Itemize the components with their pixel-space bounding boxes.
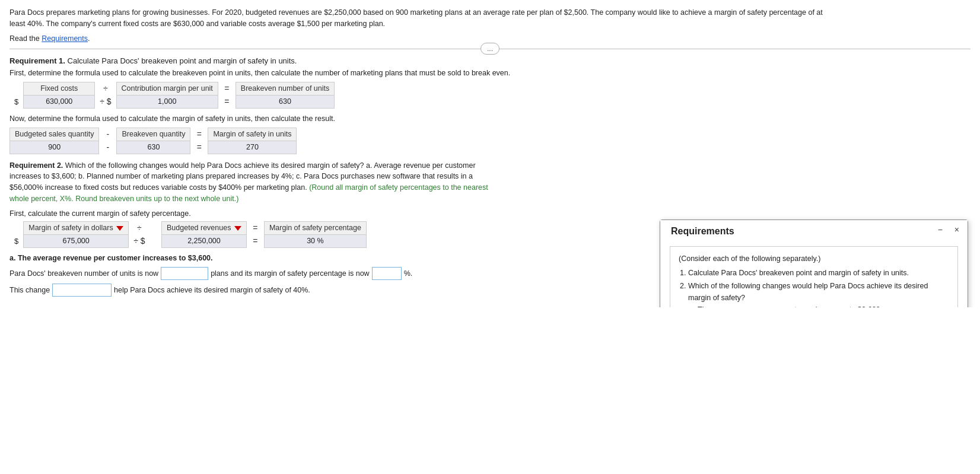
f3-v-mos-pct: 30 % <box>264 234 366 247</box>
modal-titlebar: Requirements − × <box>660 220 968 239</box>
read-req-label: Read the <box>9 34 42 43</box>
f3-h-budgeted-rev-text: Budgeted revenues <box>167 224 231 232</box>
modal-content: (Consider each of the following separate… <box>660 239 968 307</box>
line1-middle: plans and its margin of safety percentag… <box>211 269 370 278</box>
f1-h-breakeven: Breakeven number of units <box>236 82 334 95</box>
req2-calc-label: First, calculate the current margin of s… <box>9 209 971 218</box>
f3-v-dollar: $ <box>9 234 24 247</box>
req1-sub1: First, determine the formula used to cal… <box>9 69 971 77</box>
f1-v-fixed-costs: 630,000 <box>24 95 95 108</box>
req1-title-bold: Requirement 1. <box>9 56 65 65</box>
f1-v-eq1: = <box>218 95 236 108</box>
f2-v-breakeven: 630 <box>117 141 190 154</box>
f2-h-op1: - <box>99 128 117 141</box>
breakeven-units-input[interactable] <box>161 267 208 280</box>
requirements-modal: Requirements − × (Consider each of the f… <box>660 219 968 307</box>
req1-title: Requirement 1. Calculate Para Docs' brea… <box>9 56 971 65</box>
formula2-table: Budgeted sales quantity - Breakeven quan… <box>9 128 297 154</box>
modal-sub-items-list: The average revenue per customer increas… <box>698 304 949 307</box>
f1-h-fixed-costs: Fixed costs <box>24 82 95 95</box>
f3-v-mos-dollars: 675,000 <box>24 234 129 247</box>
req1-sub2: Now, determine the formula used to calcu… <box>9 114 971 123</box>
f2-h-budgeted: Budgeted sales quantity <box>10 128 99 141</box>
read-req: Read the Requirements. <box>9 34 971 43</box>
f1-v-dollar: $ <box>9 95 24 108</box>
f3-v-eq: = <box>246 234 264 247</box>
intro-text: Para Docs prepares marketing plans for g… <box>9 7 840 30</box>
f3-pct-value: 30 <box>307 237 315 245</box>
f1-v-cm: 1,000 <box>116 95 218 108</box>
f2-v-op1: - <box>99 141 117 154</box>
req2-text: Requirement 2. Which of the following ch… <box>9 160 502 205</box>
modal-close-button[interactable]: × <box>951 224 963 236</box>
f3-h-op1: ÷ <box>129 221 150 234</box>
f3-v-dollar2 <box>150 234 162 247</box>
f3-v-budgeted-rev: 2,250,000 <box>162 234 247 247</box>
f3-h-eq: = <box>246 221 264 234</box>
f1-h-dollar <box>9 82 24 95</box>
modal-consider: (Consider each of the following separate… <box>679 253 949 265</box>
modal-items-list: Calculate Para Docs' breakeven point and… <box>688 267 949 307</box>
modal-item-1: Calculate Para Docs' breakeven point and… <box>688 267 949 279</box>
f2-h-mos: Margin of safety in units <box>208 128 297 141</box>
modal-inner-box: (Consider each of the following separate… <box>670 246 958 307</box>
f2-h-breakeven: Breakeven quantity <box>117 128 190 141</box>
req1-title-rest: Calculate Para Docs' breakeven point and… <box>65 56 297 65</box>
f3-h-budgeted-rev: Budgeted revenues <box>162 221 247 234</box>
requirements-link[interactable]: Requirements <box>42 34 88 43</box>
f1-v-op1: ÷ $ <box>95 95 116 108</box>
divider-pill[interactable]: ... <box>481 43 499 55</box>
f2-v-eq: = <box>190 141 208 154</box>
f3-h-mos-dollars-text: Margin of safety in dollars <box>28 224 113 232</box>
modal-minimize-button[interactable]: − <box>934 224 946 236</box>
f3-pct-symbol: % <box>317 237 324 245</box>
f3-h-dollar2 <box>150 221 162 234</box>
f3-h-mos-pct: Margin of safety percentage <box>264 221 366 234</box>
f1-v-breakeven: 630 <box>236 95 334 108</box>
f3-v-op1: ÷ $ <box>129 234 150 247</box>
f3-h-dollar <box>9 221 24 234</box>
line2-after: help Para Docs achieve its desired margi… <box>114 286 310 294</box>
mos-pct-input[interactable] <box>372 267 402 280</box>
triangle-icon-1 <box>116 226 123 231</box>
section-divider: ... <box>9 49 971 49</box>
f2-h-eq: = <box>190 128 208 141</box>
formula3-table: Margin of safety in dollars ÷ Budgeted r… <box>9 221 367 248</box>
f2-v-budgeted: 900 <box>10 141 99 154</box>
req2-title-bold: Requirement 2. <box>9 161 63 170</box>
formula1-table: Fixed costs ÷ Contribution margin per un… <box>9 82 335 109</box>
line1-before: Para Docs' breakeven number of units is … <box>9 269 158 278</box>
f1-h-cm: Contribution margin per unit <box>116 82 218 95</box>
modal-sub-item-a: The average revenue per customer increas… <box>698 304 949 307</box>
f2-v-mos: 270 <box>208 141 297 154</box>
line1-after: %. <box>404 269 413 278</box>
f1-h-eq1: = <box>218 82 236 95</box>
triangle-icon-2 <box>234 226 241 231</box>
line2-before: This change <box>9 286 50 294</box>
modal-title: Requirements <box>665 222 930 237</box>
f3-h-mos-dollars: Margin of safety in dollars <box>24 221 129 234</box>
modal-item-2-text: Which of the following changes would hel… <box>688 282 928 302</box>
does-help-input[interactable] <box>52 284 112 297</box>
f1-h-op1: ÷ <box>95 82 116 95</box>
modal-item-2: Which of the following changes would hel… <box>688 280 949 307</box>
requirement-1-section: Requirement 1. Calculate Para Docs' brea… <box>9 56 971 154</box>
